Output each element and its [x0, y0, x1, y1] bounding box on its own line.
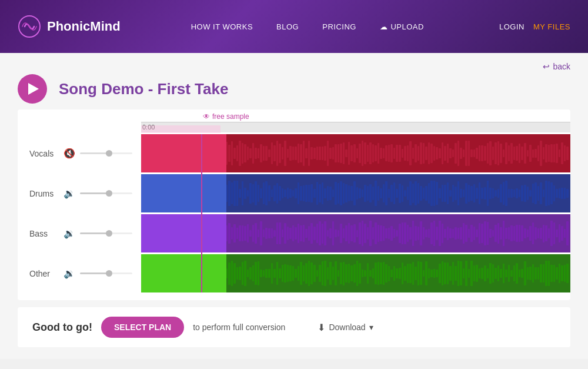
logo-icon — [18, 15, 41, 38]
time-ruler: 0:00 — [18, 122, 570, 132]
volume-slider-vocals[interactable] — [80, 152, 132, 154]
back-row: ↩ back — [18, 62, 570, 71]
volume-slider-other[interactable] — [80, 272, 132, 274]
highlight-other — [141, 254, 226, 292]
tracks-wrapper: Vocals 🔇 Drums 🔉 — [18, 134, 570, 292]
back-link[interactable]: ↩ back — [543, 62, 570, 71]
track-row-bass: Bass 🔉 — [18, 214, 570, 252]
waveform-bass[interactable] — [141, 214, 570, 252]
to-perform-label: to perform full conversion — [193, 323, 285, 332]
main-content: ↩ back Song Demo - First Take 👁 free sam… — [0, 53, 588, 359]
volume-icon-bass[interactable]: 🔉 — [64, 228, 75, 239]
header: PhonicMind HOW IT WORKS BLOG PRICING ☁ U… — [0, 0, 588, 53]
upload-icon: ☁ — [380, 22, 388, 31]
track-label-vocals: Vocals 🔇 — [18, 134, 141, 172]
highlight-vocals — [141, 134, 226, 172]
auth-links: LOGIN MY FILES — [499, 22, 570, 31]
free-sample-label: 👁 free sample — [203, 112, 249, 121]
track-name-drums: Drums — [29, 189, 59, 198]
track-row-drums: Drums 🔉 — [18, 174, 570, 212]
track-row-other: Other 🔉 — [18, 254, 570, 292]
download-button[interactable]: ⬇ Download ▾ — [318, 322, 373, 333]
volume-slider-bass[interactable] — [80, 232, 132, 234]
track-label-drums: Drums 🔉 — [18, 174, 141, 212]
track-name-other: Other — [29, 269, 59, 278]
good-to-go-label: Good to go! — [32, 321, 92, 334]
nav-how-it-works[interactable]: HOW IT WORKS — [191, 22, 253, 31]
waveform-drums[interactable] — [141, 174, 570, 212]
my-files-link[interactable]: MY FILES — [533, 22, 570, 31]
highlight-drums — [141, 174, 226, 212]
highlight-bass — [141, 214, 226, 252]
waveform-other[interactable] — [141, 254, 570, 292]
eye-icon: 👁 — [203, 112, 210, 121]
bottom-bar: Good to go! SELECT PLAN to perform full … — [18, 307, 570, 347]
play-icon — [28, 83, 39, 95]
volume-slider-drums[interactable] — [80, 192, 132, 194]
track-name-vocals: Vocals — [29, 149, 59, 158]
download-icon: ⬇ — [318, 322, 325, 333]
volume-icon-drums[interactable]: 🔉 — [64, 188, 75, 199]
track-row-vocals: Vocals 🔇 — [18, 134, 570, 172]
track-label-other: Other 🔉 — [18, 254, 141, 292]
main-nav: HOW IT WORKS BLOG PRICING ☁ UPLOAD — [191, 22, 424, 31]
volume-icon-other[interactable]: 🔉 — [64, 268, 75, 279]
logo[interactable]: PhonicMind — [18, 15, 121, 38]
track-name-bass: Bass — [29, 229, 59, 238]
free-sample-area: 👁 free sample — [18, 112, 570, 121]
track-label-bass: Bass 🔉 — [18, 214, 141, 252]
nav-pricing[interactable]: PRICING — [322, 22, 356, 31]
select-plan-button[interactable]: SELECT PLAN — [101, 317, 184, 338]
back-arrow-icon: ↩ — [543, 62, 550, 71]
logo-text: PhonicMind — [47, 19, 121, 34]
nav-upload[interactable]: ☁ UPLOAD — [380, 22, 424, 31]
player-header: Song Demo - First Take — [18, 74, 570, 104]
nav-blog[interactable]: BLOG — [276, 22, 299, 31]
play-button[interactable] — [18, 74, 47, 104]
login-link[interactable]: LOGIN — [499, 22, 524, 31]
volume-icon-vocals[interactable]: 🔇 — [64, 148, 75, 159]
song-title: Song Demo - First Take — [59, 80, 228, 98]
chevron-down-icon: ▾ — [369, 323, 373, 332]
timeline-container: 👁 free sample 0:00 Vocals 🔇 — [18, 109, 570, 300]
waveform-vocals[interactable] — [141, 134, 570, 172]
